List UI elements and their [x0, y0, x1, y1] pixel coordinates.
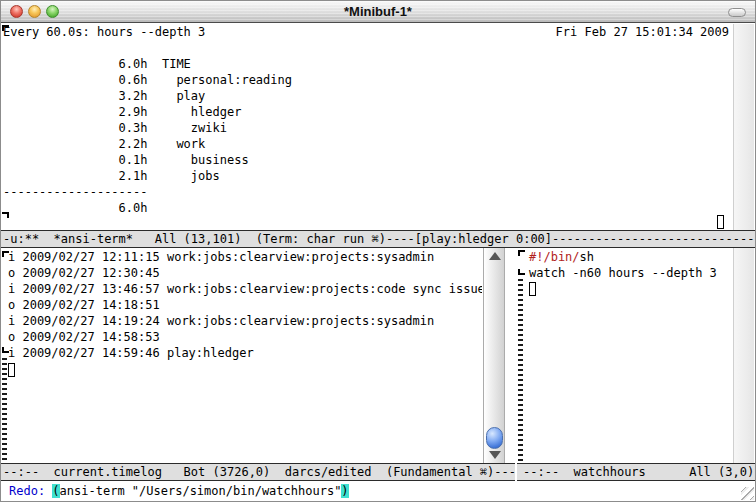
close-paren-highlight: ) [341, 484, 348, 498]
watch-command-text: Every 60.0s: hours --depth 3 [3, 24, 205, 40]
timelog-line: i 2009/02/27 13:46:57 work:jobs:clearvie… [8, 281, 482, 297]
term-scrollbar-track[interactable] [733, 24, 754, 230]
title-bar: *Minibuf-1* [1, 1, 755, 23]
resize-grip[interactable] [741, 487, 754, 500]
timelog-line: o 2009/02/27 14:18:51 [8, 297, 482, 313]
buffer-end-indicator-icon [2, 347, 9, 353]
modeline-timelog[interactable]: --:-- current.timelog Bot (3726,0) darcs… [1, 463, 515, 481]
term-inactive-cursor [717, 215, 724, 229]
scrollbar-up-arrow-icon[interactable] [489, 252, 501, 260]
timelog-line: i 2009/02/27 14:19:24 work:jobs:clearvie… [8, 313, 482, 329]
timelog-line: o 2009/02/27 14:58:53 [8, 329, 482, 345]
watch-invocation-line: watch -n60 hours --depth 3 [529, 265, 717, 281]
hledger-report: 6.0h TIME 0.6h personal:reading 3.2h pla… [3, 56, 292, 216]
buffer-end-indicator-icon [518, 269, 525, 275]
emacs-window: *Minibuf-1* Every 60.0s: hours --depth 3… [0, 0, 756, 502]
empty-line-indicators [2, 358, 7, 462]
report-line: 0.1h business [3, 152, 292, 168]
shebang-line: #!/bin/sh [529, 249, 594, 265]
timelog-buffer: i 2009/02/27 12:11:15 work:jobs:clearvie… [8, 249, 482, 361]
buffer-top-indicator-icon [518, 250, 525, 256]
watch-header-line: Every 60.0s: hours --depth 3 Fri Feb 27 … [3, 24, 729, 40]
report-line: 2.2h work [3, 136, 292, 152]
timelog-inactive-cursor [8, 363, 15, 377]
scrollbar-thumb[interactable] [486, 427, 503, 449]
shebang-comment: #!/bin/ [529, 250, 580, 264]
minibuffer[interactable]: Redo: (ansi-term "/Users/simon/bin/watch… [9, 483, 737, 499]
report-line: 0.6h personal:reading [3, 72, 292, 88]
close-button[interactable] [10, 5, 23, 18]
report-line: 6.0h [3, 200, 292, 216]
report-line: 2.9h hledger [3, 104, 292, 120]
minimize-button[interactable] [28, 5, 41, 18]
scrollbar-down-arrow-icon[interactable] [489, 451, 501, 459]
empty-line-indicators [518, 279, 523, 462]
timelog-scrollbar-track[interactable] [483, 248, 505, 463]
toolbar-toggle-button[interactable] [728, 8, 746, 17]
timelog-line: i 2009/02/27 14:59:46 play:hledger [8, 345, 482, 361]
report-line: 3.2h play [3, 88, 292, 104]
report-line: -------------------- [3, 184, 292, 200]
modeline-watchhours[interactable]: --:-- watchhours All (3,0) [517, 463, 755, 481]
report-line: 2.1h jobs [3, 168, 292, 184]
modeline-ansi-term[interactable]: -u:** *ansi-term* All (13,101) (Term: ch… [1, 230, 755, 248]
minibuffer-prompt: Redo: [9, 484, 52, 498]
script-scrollbar-track[interactable] [733, 248, 754, 463]
open-paren-highlight: ( [52, 484, 59, 498]
script-inactive-cursor [529, 282, 536, 296]
timelog-line: i 2009/02/27 12:11:15 work:jobs:clearvie… [8, 249, 482, 265]
minibuffer-command: ansi-term "/Users/simon/bin/watchhours" [60, 484, 342, 498]
zoom-button[interactable] [46, 5, 59, 18]
report-line: 0.3h zwiki [3, 120, 292, 136]
timelog-line: o 2009/02/27 12:30:45 [8, 265, 482, 281]
buffer-end-indicator-icon [2, 212, 9, 218]
window-title: *Minibuf-1* [71, 4, 685, 20]
report-line: 6.0h TIME [3, 56, 292, 72]
watch-timestamp: Fri Feb 27 15:01:34 2009 [556, 24, 729, 40]
shebang-interpreter: sh [580, 250, 594, 264]
